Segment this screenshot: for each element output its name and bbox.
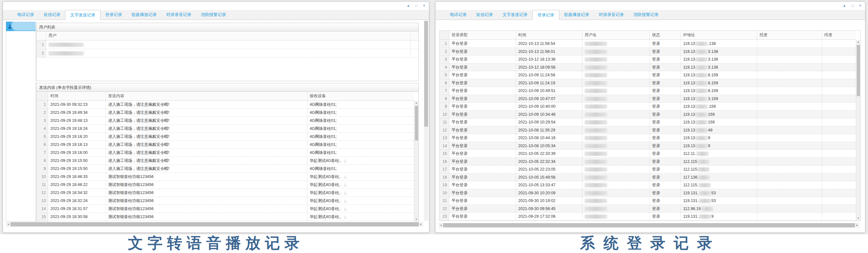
tab[interactable]: 消防报警记录 [629,10,663,20]
username-cell [582,197,650,204]
redacted-ip-part [695,89,708,93]
send-record-row[interactable]: 13 2021-09-29 18:32:24 测试智能音柱功能123456 华起… [37,197,414,205]
send-record-row[interactable]: 1 2021-09-30 09:32:23 进入施工现场，请注意佩戴安全帽! 4… [37,101,414,109]
column-header-login-type[interactable]: 登录类型 [449,31,516,39]
tab[interactable]: 文字发送记录 [498,10,532,20]
tab[interactable]: 电话记录 [445,10,471,20]
scroll-left-icon[interactable]: ◄ [6,223,10,226]
scroll-right-icon[interactable]: ► [419,223,423,226]
send-record-row[interactable]: 9 2021-09-29 19:15:50 进入施工现场，请注意佩戴安全帽! 4… [37,165,414,173]
tab[interactable]: 登录记录 [100,10,127,20]
send-record-row[interactable]: 15 2021-09-29 18:30:58 测试智能音柱功能123456 华起… [37,213,414,221]
scroll-right-icon[interactable]: ► [855,224,859,227]
username-cell [582,103,650,110]
login-record-row[interactable]: 19 平台登录 2021-10-05 13:33:47 登录 112.115. [440,181,856,189]
login-record-row[interactable]: 22 平台登录 2021-09-30 09:56:45 登录 112.96.19 [440,205,856,213]
login-record-row[interactable]: 9 平台登录 2021-10-09 10:40:00 登录 119.13.159 [440,103,856,110]
login-grid-vertical-scrollbar[interactable]: ▲ ▼ [856,40,860,221]
right-window-titlebar[interactable]: ▲ □ × [435,2,865,10]
scrollbar-thumb[interactable] [415,106,418,140]
send-record-row[interactable]: 10 2021-09-29 18:46:33 测试智能音柱功能123456 华起… [37,173,414,181]
send-record-row[interactable]: 12 2021-09-29 18:34:32 测试智能音柱功能123456 华起… [37,189,414,197]
user-row[interactable]: 1 [37,40,418,49]
send-record-row[interactable]: 4 2021-09-29 19:18:24 进入施工现场，请注意佩戴安全帽! 4… [37,125,414,133]
column-header-username[interactable]: 用户名 [582,31,650,39]
scrollbar-thumb[interactable] [443,223,855,227]
column-header-status[interactable]: 状态 [650,31,681,39]
user-row[interactable]: 2 [37,49,418,58]
tab[interactable]: 短信记录 [471,10,498,20]
tab[interactable]: 短信记录 [39,10,65,20]
login-record-row[interactable]: 13 平台登录 2021-10-08 10:44:16 登录 119.139 [440,134,856,142]
scroll-left-icon[interactable]: ◄ [439,224,443,227]
column-header-ip[interactable]: IP地址 [681,31,757,39]
login-record-row[interactable]: 3 平台登录 2021-10-12 18:13:38 登录 119.133.13… [440,56,856,63]
column-header-time[interactable]: 时间 [516,31,582,39]
tab[interactable]: 文字发送记录 [65,10,100,20]
login-record-row[interactable]: 14 平台登录 2021-10-08 10:05:34 登录 119.139 [440,142,856,150]
left-window-tabstrip: 电话记录短信记录文字发送记录登录记录歌曲播放记录对讲录音记录消防报警记录 [3,10,429,20]
login-record-row[interactable]: 15 平台登录 2021-10-05 22:33:39 登录 112.11. [440,150,856,158]
row-number: 14 [37,205,48,213]
send-record-row[interactable]: 5 2021-09-29 19:16:20 进入施工现场，请注意佩戴安全帽! 4… [37,133,414,141]
column-header-user[interactable]: 用户 [46,31,411,40]
login-record-row[interactable]: 4 平台登录 2021-10-12 18:09:56 登录 119.133.13… [440,63,856,71]
login-record-row[interactable]: 23 平台登录 2021-09-29 17:32:06 登录 119.131.9 [440,213,856,221]
column-header-longitude[interactable]: 经度 [757,31,822,39]
tab[interactable]: 歌曲播放记录 [127,10,161,20]
scroll-down-icon[interactable]: ▼ [856,216,860,221]
login-record-row[interactable]: 12 平台登录 2021-10-08 11:35:29 登录 119.1349 [440,126,856,134]
maximize-icon[interactable]: □ [415,3,418,8]
tab[interactable]: 电话记录 [12,10,39,20]
login-record-row[interactable]: 8 平台登录 2021-10-09 10:47:07 登录 119.133.15… [440,95,856,103]
window-horizontal-scrollbar[interactable]: ◄ ► [439,223,859,228]
scrollbar-thumb[interactable] [857,45,860,96]
login-record-row[interactable]: 21 平台登录 2021-09-30 10:19:02 登录 119.131.5… [440,197,856,205]
collapse-icon[interactable]: ▲ [407,3,410,8]
send-record-row[interactable]: 3 2021-09-29 19:48:13 进入施工现场，请注意佩戴安全帽! 4… [37,117,414,125]
login-record-row[interactable]: 17 平台登录 2021-10-05 22:23:05 登录 112.115 [440,165,856,173]
left-window-titlebar[interactable]: ▲ □ × [3,2,429,10]
window-horizontal-scrollbar[interactable]: ◄ ► [6,222,423,227]
close-icon[interactable]: × [859,3,861,8]
login-record-row[interactable]: 5 平台登录 2021-10-09 11:24:56 登录 119.138.15… [440,71,856,79]
tab[interactable]: 登录记录 [532,10,559,20]
send-record-row[interactable]: 8 2021-09-29 19:15:50 进入施工现场，请注意佩戴安全帽! 华… [37,157,414,165]
redacted-ip-part [697,167,710,171]
send-record-row[interactable]: 14 2021-09-29 18:31:57 测试智能音柱功能123456 华起… [37,205,414,213]
window-vertical-scrollbar[interactable] [424,21,428,221]
scroll-up-icon[interactable]: ▲ [856,40,860,44]
scrollbar-thumb[interactable] [424,21,428,127]
close-icon[interactable]: × [423,3,425,8]
column-header-latitude[interactable]: 纬度 [822,31,856,39]
tab[interactable]: 对讲录音记录 [161,10,196,20]
collapse-icon[interactable]: ▲ [843,3,846,8]
column-header-content[interactable]: 发送内容 [106,92,307,100]
send-record-row[interactable]: 6 2021-09-29 19:16:13 进入施工现场，请注意佩戴安全帽! 4… [37,141,414,149]
send-record-row[interactable]: 7 2021-09-29 19:16:00 进入施工现场，请注意佩戴安全帽! 4… [37,149,414,157]
login-record-row[interactable]: 20 平台登录 2021-09-30 10:20:09 登录 119.131.5… [440,189,856,197]
login-record-row[interactable]: 7 平台登录 2021-10-09 10:49:51 登录 119.138.15… [440,87,856,95]
column-header-device[interactable]: 接收设备 [307,92,414,100]
maximize-icon[interactable]: □ [851,3,854,8]
status-cell: 登录 [650,134,681,142]
redacted-username [585,120,607,124]
tree-item-selected-user[interactable] [6,22,36,31]
send-record-row[interactable]: 11 2021-09-29 18:46:22 测试智能音柱功能123456 华起… [37,181,414,189]
column-header-time[interactable]: 时间 [48,92,106,100]
send-record-row[interactable]: 2 2021-09-29 19:49:34 进入施工现场，请注意佩戴安全帽! 4… [37,109,414,117]
login-record-row[interactable]: 10 平台登录 2021-10-09 10:34:46 登录 119.13159 [440,110,856,119]
login-record-row[interactable]: 1 平台登录 2021-10-13 11:56:54 登录 119.13.138 [440,40,856,48]
scroll-down-icon[interactable]: ▼ [414,217,418,222]
scrollbar-thumb[interactable] [10,222,419,226]
login-record-row[interactable]: 16 平台登录 2021-10-05 22:32:34 登录 112.115 [440,158,856,166]
tab[interactable]: 对讲录音记录 [594,10,629,20]
tab[interactable]: 歌曲播放记录 [559,10,594,20]
login-record-row[interactable]: 6 平台登录 2021-10-09 11:24:19 登录 119.138.15… [440,79,856,87]
login-record-row[interactable]: 2 平台登录 2021-10-13 11:56:01 登录 119.133.13… [440,48,856,56]
scroll-up-icon[interactable]: ▲ [414,101,418,105]
login-record-row[interactable]: 18 平台登录 2021-10-05 15:49:56 登录 117.136 [440,173,856,182]
send-grid-vertical-scrollbar[interactable]: ▲ ▼ [414,101,418,222]
login-record-row[interactable]: 11 平台登录 2021-10-09 10:29:54 登录 119.13159 [440,118,856,126]
tab[interactable]: 消防报警记录 [196,10,231,20]
